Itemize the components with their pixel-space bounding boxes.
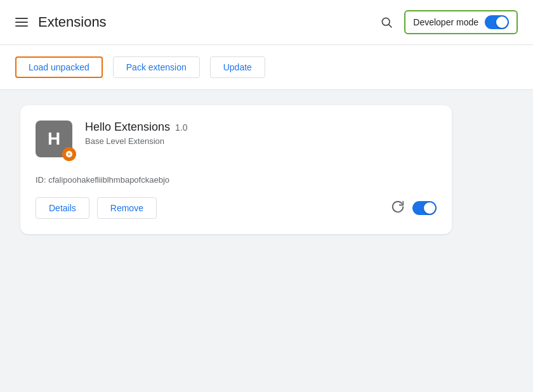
main-content: H Hello Extensions 1.0 Base Level Extens…	[0, 90, 533, 392]
update-button[interactable]: Update	[210, 56, 265, 78]
toolbar: Load unpacked Pack extension Update	[0, 45, 533, 90]
details-button[interactable]: Details	[36, 197, 89, 219]
svg-line-1	[389, 25, 392, 28]
hamburger-menu-icon[interactable]	[15, 18, 28, 27]
card-bottom: Details Remove	[36, 197, 437, 219]
extension-description: Base Level Extension	[85, 136, 437, 146]
developer-mode-toggle[interactable]	[485, 15, 509, 29]
remove-button[interactable]: Remove	[97, 197, 157, 219]
page-title: Extensions	[38, 14, 107, 30]
card-actions: Details Remove	[36, 197, 157, 219]
extension-icon-wrap: H	[36, 121, 72, 157]
extension-version: 1.0	[175, 122, 187, 133]
reload-icon[interactable]	[391, 200, 405, 217]
card-right	[391, 200, 437, 217]
extension-name: Hello Extensions	[85, 121, 170, 134]
extension-id: ID: cfalipoohakefliiblhmbapofckaebjo	[36, 170, 437, 185]
developer-mode-box[interactable]: Developer mode	[404, 10, 518, 34]
extension-badge	[62, 147, 76, 161]
extension-enabled-toggle[interactable]	[412, 201, 437, 215]
extension-icon-letter: H	[48, 129, 60, 149]
developer-mode-label: Developer mode	[413, 17, 478, 27]
svg-point-0	[383, 18, 390, 25]
header-right: Developer mode	[376, 10, 518, 34]
extension-name-row: Hello Extensions 1.0	[85, 121, 437, 134]
header: Extensions Developer mode	[0, 0, 533, 45]
search-icon[interactable]	[376, 12, 397, 32]
load-unpacked-button[interactable]: Load unpacked	[15, 56, 103, 78]
pack-extension-button[interactable]: Pack extension	[113, 56, 200, 78]
card-top: H Hello Extensions 1.0 Base Level Extens…	[36, 121, 437, 157]
extension-info: Hello Extensions 1.0 Base Level Extensio…	[85, 121, 437, 146]
header-left: Extensions	[15, 14, 376, 30]
extension-card: H Hello Extensions 1.0 Base Level Extens…	[20, 105, 452, 234]
